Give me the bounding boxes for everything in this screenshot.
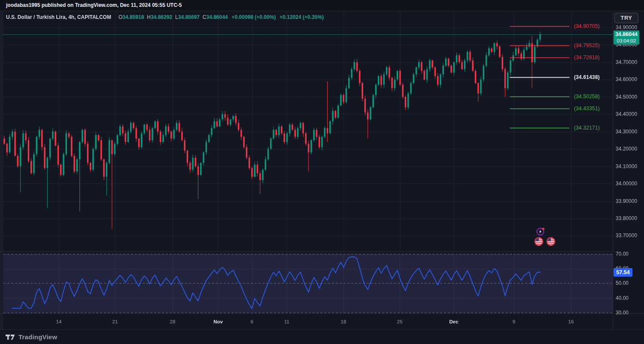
price-tick-label: 34.00000 bbox=[616, 180, 637, 187]
tradingview-logo-link[interactable]: TradingView bbox=[5, 333, 57, 341]
rsi-tick-label: 50.00 bbox=[616, 280, 629, 287]
us-flag-event-icon[interactable] bbox=[534, 237, 544, 246]
publish-attribution-text: joodabas1995 published on TradingView.co… bbox=[6, 2, 182, 8]
time-tick-label: 25 bbox=[397, 319, 403, 325]
us-flag-glyph bbox=[534, 237, 544, 246]
us-flag-event-icon[interactable] bbox=[546, 237, 556, 246]
price-level-label: (34.32171) bbox=[574, 124, 600, 131]
chart-legend[interactable]: U.S. Dollar / Turkish Lira, 4h, CAPITALC… bbox=[6, 14, 324, 20]
footer-bar: TradingView bbox=[0, 329, 644, 344]
time-tick-label: Nov bbox=[213, 319, 223, 325]
price-tick-label: 33.80000 bbox=[616, 215, 637, 222]
bar-close-countdown: 03:04:02 bbox=[614, 38, 639, 44]
time-tick-label: 16 bbox=[568, 319, 574, 325]
price-tick-label: 33.70000 bbox=[616, 232, 637, 239]
flash-event-icon[interactable] bbox=[536, 227, 545, 236]
price-tick-label: 34.30000 bbox=[616, 128, 637, 135]
last-price-value: 34.86044 bbox=[614, 31, 639, 38]
time-tick-label: 28 bbox=[170, 319, 176, 325]
time-tick-label: 14 bbox=[56, 319, 62, 325]
price-level-label: (34.50258) bbox=[574, 93, 600, 100]
open-label: O bbox=[118, 14, 122, 20]
time-tick-label: 9 bbox=[513, 319, 515, 325]
price-tick-label: 34.10000 bbox=[616, 163, 637, 170]
open-value: 34.85918 bbox=[122, 14, 144, 20]
publish-attribution-bar: joodabas1995 published on TradingView.co… bbox=[0, 0, 644, 11]
rsi-value-badge: 57.54 bbox=[614, 268, 632, 277]
time-tick-label: 21 bbox=[112, 319, 118, 325]
price-level-label: (34.61438) bbox=[574, 74, 600, 81]
time-tick-label: 11 bbox=[284, 319, 289, 325]
time-scale[interactable] bbox=[3, 314, 613, 329]
currency-unit-label: TRY bbox=[620, 15, 632, 21]
time-tick-label: 18 bbox=[341, 319, 346, 325]
tradingview-published-chart: joodabas1995 published on TradingView.co… bbox=[0, 0, 644, 344]
price-tick-label: 34.50000 bbox=[616, 94, 637, 100]
price-tick-label: 34.70000 bbox=[616, 59, 637, 66]
symbol-title: U.S. Dollar / Turkish Lira, 4h, CAPITALC… bbox=[6, 14, 111, 20]
price-tick-label: 34.20000 bbox=[616, 145, 637, 152]
chart-canvas[interactable] bbox=[0, 0, 644, 344]
price-tick-label: 34.60000 bbox=[616, 76, 637, 83]
price-level-label: (34.79525) bbox=[574, 42, 600, 49]
low-value: 34.85697 bbox=[178, 14, 200, 20]
close-value: 34.86044 bbox=[206, 14, 228, 20]
high-label: H bbox=[147, 14, 151, 20]
price-tick-label: 34.90000 bbox=[616, 24, 637, 31]
time-tick-label: 6 bbox=[251, 319, 253, 325]
time-tick-label: Dec bbox=[449, 319, 458, 325]
price-level-label: (34.72618) bbox=[574, 54, 600, 61]
change-percent: +0.12024 (+0.35%) bbox=[279, 14, 324, 20]
currency-unit-button[interactable]: TRY bbox=[614, 13, 638, 23]
change-absolute: +0.00098 (+0.00%) bbox=[232, 14, 276, 20]
low-label: L bbox=[175, 14, 178, 20]
rsi-tick-label: 30.00 bbox=[616, 309, 629, 316]
price-tick-label: 34.40000 bbox=[616, 111, 637, 118]
rsi-tick-label: 70.00 bbox=[616, 250, 629, 257]
price-level-label: (34.43351) bbox=[574, 105, 600, 112]
tradingview-brand-text: TradingView bbox=[18, 333, 57, 341]
flash-event-glyph bbox=[536, 227, 545, 236]
high-value: 34.86292 bbox=[151, 14, 172, 20]
last-price-badge: 34.86044 03:04:02 bbox=[614, 30, 639, 45]
rsi-tick-label: 40.00 bbox=[616, 295, 629, 302]
tradingview-logo-icon bbox=[5, 334, 15, 341]
price-tick-label: 33.90000 bbox=[616, 198, 637, 205]
us-flag-glyph bbox=[546, 237, 556, 246]
price-level-label: (34.90705) bbox=[574, 23, 600, 30]
rsi-last-value: 57.54 bbox=[616, 269, 629, 275]
